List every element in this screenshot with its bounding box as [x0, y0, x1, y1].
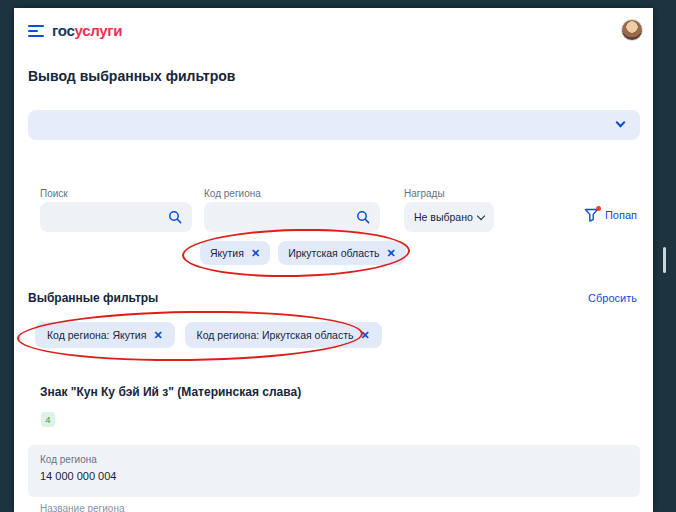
awards-select-value: Не выбрано	[414, 211, 473, 223]
browser-page: госуслуги Вывод выбранных фильтров Поиск…	[14, 8, 653, 512]
popup-link[interactable]: Попап	[605, 209, 637, 221]
region-chip-irkutsk[interactable]: Иркутская область ✕	[278, 241, 406, 265]
scrollbar-thumb[interactable]	[663, 247, 666, 273]
region-chips-row: Якутия ✕ Иркутская область ✕	[200, 241, 406, 265]
page-title: Вывод выбранных фильтров	[28, 68, 235, 84]
reset-filters-link[interactable]: Сбросить	[588, 292, 637, 304]
chevron-down-icon	[477, 211, 485, 219]
chip-label: Код региона: Якутия	[47, 329, 146, 341]
logo-text-uslugi: услуги	[74, 22, 122, 39]
notification-dot	[596, 206, 601, 211]
desktop-frame: госуслуги Вывод выбранных фильтров Поиск…	[0, 0, 676, 512]
selected-filters-heading: Выбранные фильтры	[28, 291, 158, 305]
search-field[interactable]	[40, 202, 192, 232]
avatar[interactable]	[621, 19, 643, 41]
menu-icon[interactable]	[28, 25, 44, 40]
region-code-field[interactable]	[204, 202, 380, 232]
chip-label: Иркутская область	[288, 247, 379, 259]
search-label: Поиск	[40, 188, 68, 199]
chip-label: Якутия	[210, 247, 244, 259]
filter-funnel-icon[interactable]	[584, 208, 599, 222]
award-card-title: Знак "Кун Ку бэй Ий з" (Материнская слав…	[40, 385, 620, 399]
awards-select[interactable]: Не выбрано	[404, 202, 494, 232]
chip-close-icon[interactable]: ✕	[251, 248, 260, 259]
selected-chips-row: Код региона: Якутия ✕ Код региона: Иркут…	[35, 322, 382, 348]
award-count-badge: 4	[41, 412, 55, 427]
region-code-label: Код региона	[204, 188, 261, 199]
region-chip-yakutia[interactable]: Якутия ✕	[200, 241, 270, 265]
chip-close-icon[interactable]: ✕	[153, 330, 162, 341]
awards-label: Награды	[404, 188, 445, 199]
chip-label: Код региона: Иркутская область	[197, 329, 354, 341]
detail-label: Название региона	[40, 503, 124, 512]
card-detail-row: Код региона 14 000 000 004	[28, 445, 640, 497]
popup-link-area[interactable]: Попап	[584, 208, 637, 222]
chevron-down-icon	[616, 118, 626, 128]
selected-chip-irkutsk[interactable]: Код региона: Иркутская область ✕	[185, 322, 382, 348]
search-input[interactable]	[50, 211, 168, 223]
chip-close-icon[interactable]: ✕	[360, 330, 369, 341]
logo-text-gos: гос	[52, 22, 74, 39]
selected-chip-yakutia[interactable]: Код региона: Якутия ✕	[35, 322, 175, 348]
detail-label: Код региона	[40, 454, 628, 465]
region-code-input[interactable]	[214, 211, 356, 223]
search-icon	[168, 210, 182, 224]
detail-value: 14 000 000 004	[40, 470, 628, 482]
search-icon	[356, 210, 370, 224]
chip-close-icon[interactable]: ✕	[387, 248, 396, 259]
collapsed-accordion[interactable]	[28, 110, 640, 140]
gosuslugi-logo[interactable]: госуслуги	[52, 22, 122, 39]
